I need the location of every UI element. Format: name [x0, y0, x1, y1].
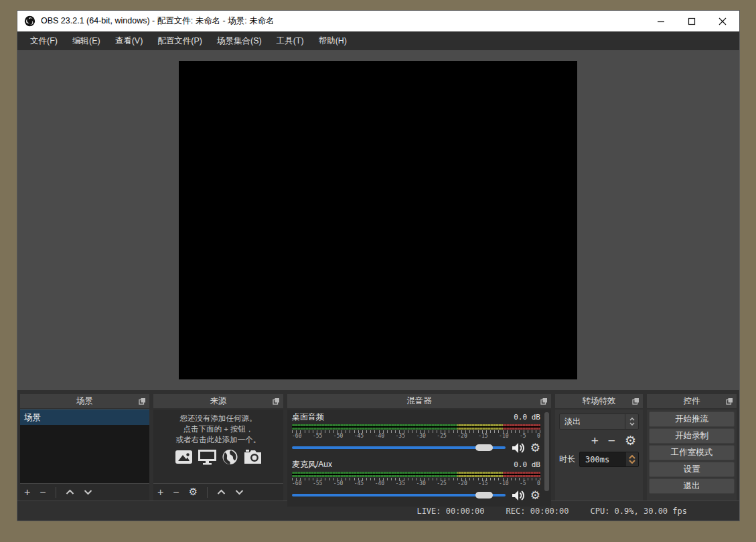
popout-icon[interactable] — [273, 397, 280, 405]
menu-scene-collection[interactable]: 场景集合(S) — [210, 32, 269, 50]
tick-label: -30 — [416, 433, 425, 439]
move-source-up-button[interactable] — [217, 489, 226, 495]
menu-help[interactable]: 帮助(H) — [311, 32, 354, 50]
volume-slider[interactable] — [292, 489, 506, 501]
tick-label: -45 — [354, 433, 364, 439]
popout-icon[interactable] — [139, 397, 146, 405]
tick-label: 0 — [537, 480, 540, 486]
tick-label: -10 — [499, 433, 508, 439]
volume-slider-handle[interactable] — [475, 444, 493, 451]
volume-slider[interactable] — [292, 442, 506, 454]
mute-toggle-speaker-icon[interactable] — [512, 490, 525, 501]
sources-toolbar: + − ⚙ — [153, 483, 283, 501]
chevron-down-icon — [629, 460, 635, 464]
sources-empty-area[interactable]: 您还没有添加任何源。 点击下面的 + 按钮， 或者右击此处添加一个。 — [153, 410, 283, 483]
titlebar: OBS 23.2.1 (64-bit, windows) - 配置文件: 未命名… — [17, 11, 739, 31]
start-streaming-button[interactable]: 开始推流 — [649, 412, 735, 427]
tick-label: -55 — [313, 480, 322, 486]
rec-time: REC: 00:00:00 — [506, 507, 569, 516]
channel-level-db: 0.0 dB — [514, 413, 540, 422]
duration-spin-arrows[interactable] — [626, 452, 638, 466]
tick-label: -25 — [437, 433, 446, 439]
volume-meter — [292, 472, 540, 477]
tick-label: -60 — [292, 433, 301, 439]
meter-tick-labels: -60 -55 -50 -45 -40 -35 -30 -25 -20 -15 … — [292, 433, 540, 439]
transition-selected-value: 淡出 — [560, 416, 625, 428]
tick-label: -40 — [375, 480, 384, 486]
mixer-channel-desktop-audio: 桌面音频 0.0 dB -60 -55 -50 -45 -40 -35 — [292, 412, 540, 454]
tick-label: -15 — [478, 433, 487, 439]
settings-button[interactable]: 设置 — [649, 462, 735, 477]
tick-label: -20 — [457, 480, 467, 486]
display-source-icon — [198, 449, 217, 465]
sources-panel-title: 来源 — [210, 395, 227, 407]
channel-settings-gear-icon[interactable]: ⚙ — [530, 490, 540, 501]
menu-profile[interactable]: 配置文件(P) — [150, 32, 210, 50]
close-button[interactable] — [710, 13, 735, 30]
volume-meter — [292, 424, 540, 430]
transition-select[interactable]: 淡出 — [559, 414, 639, 430]
tick-label: -50 — [333, 480, 343, 486]
mixer-panel-title: 混音器 — [406, 395, 432, 407]
source-properties-button[interactable]: ⚙ — [189, 487, 198, 497]
mute-toggle-speaker-icon[interactable] — [512, 442, 525, 454]
remove-transition-button[interactable]: − — [608, 434, 615, 447]
duration-spinbox[interactable]: 300ms — [579, 452, 639, 467]
popout-icon[interactable] — [540, 397, 548, 405]
add-scene-button[interactable]: + — [24, 487, 30, 498]
obs-window: OBS 23.2.1 (64-bit, windows) - 配置文件: 未命名… — [17, 10, 740, 521]
scenes-panel-header: 场景 — [20, 394, 149, 408]
sources-empty-hint-line2: 点击下面的 + 按钮， — [183, 424, 253, 434]
tick-label: -20 — [457, 433, 467, 439]
popout-icon[interactable] — [726, 397, 733, 405]
channel-settings-gear-icon[interactable]: ⚙ — [530, 442, 540, 454]
scene-list[interactable]: 场景 — [20, 410, 149, 483]
move-source-down-button[interactable] — [235, 489, 244, 495]
remove-source-button[interactable]: − — [173, 487, 179, 498]
scenes-panel: 场景 场景 + − — [20, 394, 149, 501]
mixer-body: 桌面音频 0.0 dB -60 -55 -50 -45 -40 -35 — [287, 410, 551, 507]
maximize-button[interactable] — [679, 13, 704, 30]
add-source-button[interactable]: + — [157, 487, 163, 498]
meter-tick-labels: -60 -55 -50 -45 -40 -35 -30 -25 -20 -15 … — [292, 480, 540, 486]
volume-slider-handle[interactable] — [475, 492, 493, 499]
minimize-button[interactable] — [648, 13, 674, 30]
source-type-icons — [175, 449, 262, 465]
preview-area — [17, 50, 739, 390]
combobox-spinner[interactable] — [625, 414, 638, 429]
chevron-up-icon — [629, 418, 635, 421]
exit-button[interactable]: 退出 — [649, 478, 735, 494]
menu-view[interactable]: 查看(V) — [108, 32, 151, 50]
move-scene-down-button[interactable] — [84, 489, 92, 495]
scenes-toolbar: + − — [20, 483, 149, 501]
popout-icon[interactable] — [632, 397, 639, 405]
image-source-icon — [175, 449, 193, 465]
sources-panel-header: 来源 — [153, 394, 283, 408]
studio-mode-button[interactable]: 工作室模式 — [649, 445, 735, 460]
menu-tools[interactable]: 工具(T) — [269, 32, 311, 50]
duration-value: 300ms — [580, 455, 626, 464]
transition-buttons: + − ⚙ — [559, 434, 639, 447]
controls-panel: 控件 开始推流 开始录制 工作室模式 设置 退出 — [647, 394, 737, 501]
duration-label: 时长 — [559, 454, 575, 465]
mixer-panel-header: 混音器 — [287, 394, 551, 408]
camera-source-icon — [243, 449, 262, 465]
transition-properties-gear-icon[interactable]: ⚙ — [625, 434, 636, 447]
tick-label: -5 — [520, 433, 526, 439]
move-scene-up-button[interactable] — [66, 489, 74, 495]
channel-level-db: 0.0 dB — [514, 460, 540, 469]
start-recording-button[interactable]: 开始录制 — [649, 428, 735, 444]
remove-scene-button[interactable]: − — [40, 487, 46, 498]
controls-panel-title: 控件 — [684, 395, 700, 407]
menu-edit[interactable]: 编辑(E) — [65, 32, 108, 50]
tick-label: -10 — [499, 480, 508, 486]
obs-logo-icon — [24, 15, 35, 27]
menu-file[interactable]: 文件(F) — [23, 32, 65, 50]
sources-empty-hint-line1: 您还没有添加任何源。 — [180, 413, 257, 424]
transitions-body: 淡出 + − ⚙ 时长 300ms — [555, 410, 643, 501]
mixer-scrollbar[interactable] — [544, 412, 549, 491]
dock-area: 场景 场景 + − — [17, 390, 739, 501]
preview-canvas[interactable] — [179, 61, 577, 379]
add-transition-button[interactable]: + — [591, 434, 599, 447]
scene-list-item[interactable]: 场景 — [20, 410, 149, 425]
